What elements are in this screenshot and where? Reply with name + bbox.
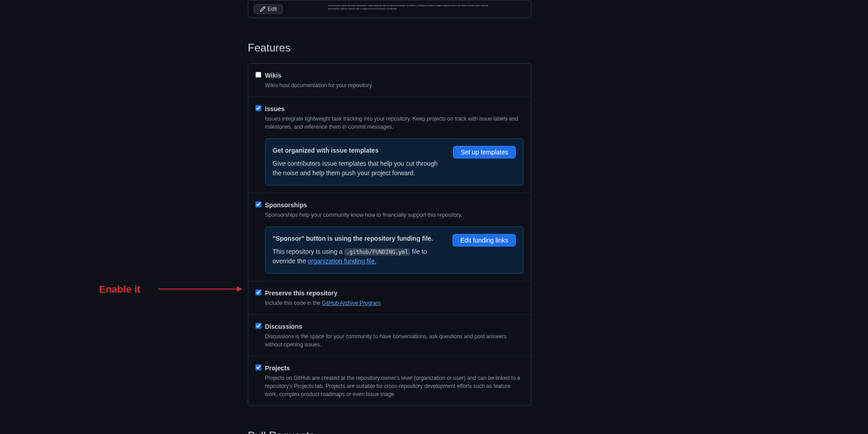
projects-title: Projects (265, 364, 524, 373)
sponsorships-desc: Sponsorships help your community know ho… (265, 211, 524, 219)
issues-panel-title: Get organized with issue templates (273, 146, 446, 155)
sponsorships-panel-desc: This repository is using a .github/FUNDI… (273, 247, 445, 266)
sponsorships-checkbox[interactable] (255, 201, 261, 207)
feature-sponsorships: Sponsorships Sponsorships help your comm… (248, 193, 531, 281)
org-funding-link[interactable]: organization funding file. (308, 257, 377, 265)
wikis-desc: Wikis host documentation for your reposi… (265, 81, 524, 89)
funding-code: .github/FUNDING.yml (344, 248, 410, 256)
feature-preserve: Preserve this repository Include this co… (248, 281, 531, 315)
top-card-blur-text: Lorem ipsum dolor sit amet consectetur a… (328, 4, 500, 10)
discussions-title: Discussions (265, 322, 524, 331)
feature-issues: Issues Issues integrate lightweight task… (248, 97, 531, 193)
edit-card: Edit Lorem ipsum dolor sit amet consecte… (248, 0, 531, 18)
setup-templates-button[interactable]: Set up templates (453, 146, 516, 159)
wikis-title: Wikis (265, 71, 524, 80)
issues-desc: Issues integrate lightweight task tracki… (265, 115, 524, 131)
archive-program-link[interactable]: GitHub Archive Program (322, 300, 380, 306)
pencil-icon (259, 6, 266, 12)
annotation-arrow (158, 286, 242, 292)
edit-button-label: Edit (268, 6, 277, 12)
sponsorships-panel: "Sponsor" button is using the repository… (265, 226, 524, 274)
edit-funding-links-button[interactable]: Edit funding links (453, 234, 516, 247)
discussions-desc: Discussions is the space for your commun… (265, 332, 524, 349)
issues-checkbox[interactable] (255, 105, 261, 111)
issues-templates-panel: Get organized with issue templates Give … (265, 138, 524, 186)
pull-requests-section: Pull Requests When merging pull requests… (248, 428, 531, 434)
issues-title: Issues (265, 104, 524, 114)
issues-panel-desc: Give contributors issue templates that h… (273, 159, 446, 178)
sponsorships-panel-title: "Sponsor" button is using the repository… (273, 234, 445, 243)
features-heading: Features (248, 40, 531, 56)
discussions-checkbox[interactable] (255, 323, 261, 329)
feature-wikis: Wikis Wikis host documentation for your … (248, 64, 531, 97)
projects-checkbox[interactable] (255, 364, 261, 370)
preserve-checkbox[interactable] (255, 289, 261, 295)
edit-button[interactable]: Edit (254, 4, 283, 14)
feature-projects: Projects Projects on GitHub are created … (248, 356, 531, 406)
projects-desc: Projects on GitHub are created at the re… (265, 374, 524, 398)
preserve-desc: Include this code in the GitHub Archive … (265, 299, 524, 307)
preserve-title: Preserve this repository (265, 289, 524, 298)
wikis-checkbox[interactable] (255, 72, 261, 78)
features-box: Wikis Wikis host documentation for your … (248, 63, 531, 406)
annotation-enable-it: Enable it (99, 282, 141, 297)
sponsorships-title: Sponsorships (265, 201, 524, 210)
pull-requests-heading: Pull Requests (248, 428, 531, 434)
feature-discussions: Discussions Discussions is the space for… (248, 315, 531, 356)
